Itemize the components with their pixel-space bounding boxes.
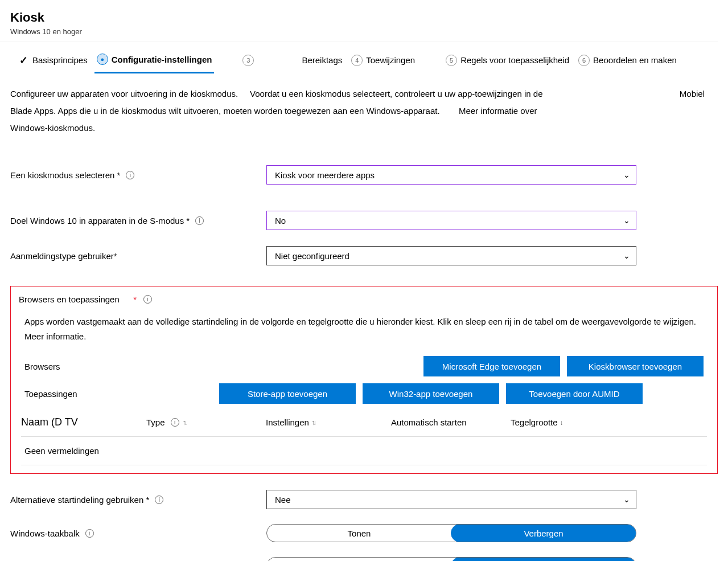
tab-assignments[interactable]: 4 Toewijzingen bbox=[349, 51, 417, 73]
select-value: Niet geconfigureerd bbox=[275, 251, 349, 261]
taskbar-show-option[interactable]: Tonen bbox=[267, 525, 451, 542]
add-by-aumid-button[interactable]: Toevoegen door AUMID bbox=[506, 383, 643, 404]
downloads-toggle: Yes No bbox=[266, 557, 636, 561]
alt-start-select[interactable]: Nee ⌄ bbox=[266, 490, 636, 509]
toggle-downloads-row: Toegang tot de map Downloads toestaan i … bbox=[10, 557, 718, 561]
col-label: Tegelgrootte bbox=[511, 417, 558, 427]
tab-label: Bereiktags bbox=[302, 55, 342, 65]
browsers-row: Browsers Microsoft Edge toevoegen Kioskb… bbox=[24, 356, 704, 376]
step-number-icon: ● bbox=[97, 54, 108, 65]
page-header: Kiosk Windows 10 en hoger bbox=[0, 0, 728, 42]
browsers-apps-section: Browsers en toepassingen * i Apps worden… bbox=[10, 286, 718, 474]
col-label: Type bbox=[146, 417, 165, 427]
add-store-app-button[interactable]: Store-app toevoegen bbox=[219, 383, 356, 404]
step-number-icon: 6 bbox=[578, 55, 590, 66]
mobile-label: Mobiel bbox=[680, 85, 705, 103]
col-label: Automatisch starten bbox=[391, 417, 467, 427]
toggle-label: Windows-taakbalk i bbox=[10, 529, 266, 538]
chevron-down-icon: ⌄ bbox=[623, 251, 630, 260]
tab-label: Basisprincipes bbox=[32, 55, 88, 65]
content-area: Configureer uw apparaten voor uitvoering… bbox=[0, 74, 728, 561]
toggle-taskbar-row: Windows-taakbalk i Tonen Verbergen bbox=[10, 524, 718, 542]
tab-review-create[interactable]: 6 Beoordelen en maken bbox=[576, 51, 679, 73]
step-number-icon: 5 bbox=[446, 55, 457, 66]
add-win32-app-button[interactable]: Win32-app toevoegen bbox=[363, 383, 499, 404]
tab-applicability-rules[interactable]: 5 Regels voor toepasselijkheid bbox=[443, 51, 571, 73]
field-kiosk-mode: Een kioskmodus selecteren * i Kiosk voor… bbox=[10, 165, 718, 185]
smode-select[interactable]: No ⌄ bbox=[266, 211, 636, 230]
col-autostart[interactable]: Automatisch starten bbox=[391, 417, 511, 427]
select-value: Kiosk voor meerdere apps bbox=[275, 170, 375, 180]
tab-label: Configuratie-instellingen bbox=[112, 55, 212, 64]
tab-label: Beoordelen en maken bbox=[593, 55, 677, 65]
col-name[interactable]: Naam (D TV bbox=[21, 416, 146, 428]
section-description: Apps worden vastgemaakt aan de volledige… bbox=[24, 314, 704, 343]
intro-part: Voordat u een kioskmodus selecteert, con… bbox=[250, 89, 542, 99]
col-tilesize[interactable]: Tegelgrootte ↓ bbox=[511, 417, 613, 427]
intro-part: Blade Apps. Apps die u in de kioskmodus … bbox=[10, 106, 440, 116]
intro-text: Configureer uw apparaten voor uitvoering… bbox=[10, 85, 716, 137]
field-label: Aanmeldingstype gebruiker* bbox=[10, 251, 266, 261]
label-text: Doel Windows 10 in apparaten in de S-mod… bbox=[10, 216, 190, 226]
label-text: Aanmeldingstype gebruiker* bbox=[10, 251, 117, 261]
chevron-down-icon: ⌄ bbox=[623, 495, 630, 504]
info-icon[interactable]: i bbox=[143, 295, 152, 304]
wizard-tabs: ✓ Basisprincipes ● Configuratie-instelli… bbox=[0, 42, 728, 74]
apps-row: Toepassingen Store-app toevoegen Win32-a… bbox=[24, 383, 704, 404]
taskbar-hide-option[interactable]: Verbergen bbox=[451, 524, 636, 542]
page-title: Kiosk bbox=[10, 10, 718, 25]
tab-basics[interactable]: ✓ Basisprincipes bbox=[17, 51, 90, 73]
label-text: Windows-taakbalk bbox=[10, 529, 80, 538]
tab-label: Toewijzingen bbox=[366, 55, 415, 65]
info-icon[interactable]: i bbox=[85, 529, 94, 538]
field-alt-start: Alternatieve startindeling gebruiken * i… bbox=[10, 490, 718, 509]
add-kiosk-browser-button[interactable]: Kioskbrowser toevoegen bbox=[567, 356, 704, 376]
tab-scope-tags[interactable]: 3 Bereiktags bbox=[240, 51, 344, 73]
taskbar-toggle: Tonen Verbergen bbox=[266, 524, 636, 542]
col-type[interactable]: Type i ↑↓ bbox=[146, 417, 266, 427]
sort-icon: ↓ bbox=[560, 419, 562, 427]
sort-icon: ↑↓ bbox=[311, 419, 315, 427]
apps-table-header: Naam (D TV Type i ↑↓ Instellingen ↑↓ Aut… bbox=[21, 416, 707, 437]
label-text: Alternatieve startindeling gebruiken * bbox=[10, 495, 149, 505]
browsers-label: Browsers bbox=[24, 362, 212, 371]
tab-label: Regels voor toepasselijkheid bbox=[460, 55, 569, 65]
info-icon[interactable]: i bbox=[155, 496, 163, 504]
select-value: No bbox=[275, 216, 286, 226]
field-label: Doel Windows 10 in apparaten in de S-mod… bbox=[10, 216, 266, 226]
title-text: Browsers en toepassingen bbox=[19, 294, 120, 304]
apps-label: Toepassingen bbox=[24, 389, 212, 399]
kiosk-mode-select[interactable]: Kiosk voor meerdere apps ⌄ bbox=[266, 165, 636, 185]
downloads-yes-option[interactable]: Yes bbox=[267, 558, 451, 561]
field-label: Een kioskmodus selecteren * i bbox=[10, 170, 266, 180]
chevron-down-icon: ⌄ bbox=[623, 216, 630, 225]
table-empty-row: Geen vermeldingen bbox=[21, 437, 707, 465]
col-settings[interactable]: Instellingen ↑↓ bbox=[266, 417, 391, 427]
step-number-icon: 3 bbox=[242, 55, 254, 66]
field-label: Alternatieve startindeling gebruiken * i bbox=[10, 495, 266, 505]
info-icon: i bbox=[171, 418, 179, 427]
add-edge-button[interactable]: Microsoft Edge toevoegen bbox=[423, 356, 560, 376]
select-value: Nee bbox=[275, 495, 291, 505]
section-title: Browsers en toepassingen * i bbox=[19, 294, 709, 304]
chevron-down-icon: ⌄ bbox=[623, 170, 630, 179]
required-star: * bbox=[133, 294, 137, 304]
col-label: Instellingen bbox=[266, 417, 309, 427]
page-subtitle: Windows 10 en hoger bbox=[10, 27, 718, 36]
step-number-icon: 4 bbox=[351, 55, 363, 66]
label-text: Een kioskmodus selecteren * bbox=[10, 170, 120, 180]
field-smode: Doel Windows 10 in apparaten in de S-mod… bbox=[10, 211, 718, 230]
tab-configuration-settings[interactable]: ● Configuratie-instellingen bbox=[94, 50, 215, 73]
intro-part: Meer informatie over bbox=[459, 106, 537, 116]
logon-type-select[interactable]: Niet geconfigureerd ⌄ bbox=[266, 246, 636, 265]
intro-part: Configureer uw apparaten voor uitvoering… bbox=[10, 89, 238, 99]
info-icon[interactable]: i bbox=[126, 171, 134, 179]
field-logon-type: Aanmeldingstype gebruiker* Niet geconfig… bbox=[10, 246, 718, 265]
sort-icon: ↑↓ bbox=[183, 419, 186, 427]
check-icon: ✓ bbox=[19, 54, 28, 67]
downloads-no-option[interactable]: No bbox=[451, 557, 636, 561]
info-icon[interactable]: i bbox=[195, 216, 204, 225]
intro-part: Windows-kioskmodus. bbox=[10, 123, 95, 133]
